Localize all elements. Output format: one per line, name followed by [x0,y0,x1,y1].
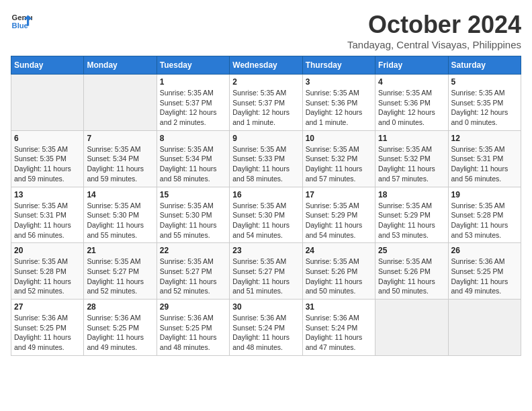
day-number: 10 [306,134,372,143]
day-info: Sunrise: 5:35 AM Sunset: 5:26 PM Dayligh… [306,257,372,296]
calendar-cell: 30Sunrise: 5:36 AM Sunset: 5:24 PM Dayli… [230,300,302,356]
page-header: General Blue October 2024 Tandayag, Cent… [11,11,521,50]
header-tuesday: Tuesday [157,56,229,75]
day-number: 22 [160,246,226,255]
calendar-cell: 28Sunrise: 5:36 AM Sunset: 5:25 PM Dayli… [84,300,157,356]
header-wednesday: Wednesday [230,56,302,75]
calendar-cell: 24Sunrise: 5:35 AM Sunset: 5:26 PM Dayli… [302,243,375,300]
calendar-week-row: 1Sunrise: 5:35 AM Sunset: 5:37 PM Daylig… [11,75,521,131]
day-number: 14 [87,190,153,199]
day-info: Sunrise: 5:35 AM Sunset: 5:27 PM Dayligh… [87,257,153,296]
header-monday: Monday [84,56,157,75]
calendar-cell: 22Sunrise: 5:35 AM Sunset: 5:27 PM Dayli… [157,243,229,300]
day-number: 3 [306,77,372,87]
day-number: 30 [232,302,299,312]
day-number: 18 [378,190,445,199]
calendar-cell: 9Sunrise: 5:35 AM Sunset: 5:33 PM Daylig… [230,130,302,187]
day-info: Sunrise: 5:35 AM Sunset: 5:35 PM Dayligh… [14,144,81,184]
calendar-cell [375,300,448,356]
day-number: 25 [378,246,445,255]
calendar-cell: 29Sunrise: 5:36 AM Sunset: 5:25 PM Dayli… [157,300,229,356]
day-number: 23 [232,246,299,255]
calendar-cell: 11Sunrise: 5:35 AM Sunset: 5:32 PM Dayli… [375,130,448,187]
calendar-cell [84,75,157,131]
day-info: Sunrise: 5:35 AM Sunset: 5:30 PM Dayligh… [160,201,226,240]
day-number: 26 [451,246,518,255]
calendar-header-row: SundayMondayTuesdayWednesdayThursdayFrid… [11,56,521,75]
day-info: Sunrise: 5:35 AM Sunset: 5:36 PM Dayligh… [378,88,445,128]
calendar-week-row: 27Sunrise: 5:36 AM Sunset: 5:25 PM Dayli… [11,300,521,356]
day-number: 20 [14,246,81,255]
day-number: 4 [378,77,445,87]
calendar-cell: 27Sunrise: 5:36 AM Sunset: 5:25 PM Dayli… [11,300,84,356]
day-info: Sunrise: 5:35 AM Sunset: 5:28 PM Dayligh… [14,257,81,296]
day-info: Sunrise: 5:36 AM Sunset: 5:25 PM Dayligh… [14,313,81,353]
calendar-cell: 18Sunrise: 5:35 AM Sunset: 5:29 PM Dayli… [375,187,448,243]
day-info: Sunrise: 5:35 AM Sunset: 5:28 PM Dayligh… [451,201,518,240]
day-number: 9 [232,134,299,143]
calendar-cell: 5Sunrise: 5:35 AM Sunset: 5:35 PM Daylig… [448,75,521,131]
day-number: 31 [306,302,372,312]
day-info: Sunrise: 5:35 AM Sunset: 5:33 PM Dayligh… [232,144,299,184]
day-info: Sunrise: 5:35 AM Sunset: 5:35 PM Dayligh… [451,88,518,128]
day-info: Sunrise: 5:35 AM Sunset: 5:31 PM Dayligh… [14,201,81,240]
day-number: 1 [160,77,226,87]
day-info: Sunrise: 5:35 AM Sunset: 5:34 PM Dayligh… [160,144,226,184]
day-info: Sunrise: 5:35 AM Sunset: 5:34 PM Dayligh… [87,144,153,184]
calendar-cell: 21Sunrise: 5:35 AM Sunset: 5:27 PM Dayli… [84,243,157,300]
svg-text:Blue: Blue [12,21,28,30]
day-info: Sunrise: 5:36 AM Sunset: 5:25 PM Dayligh… [451,257,518,296]
calendar-cell: 14Sunrise: 5:35 AM Sunset: 5:30 PM Dayli… [84,187,157,243]
day-number: 15 [160,190,226,199]
logo: General Blue [11,11,32,32]
day-info: Sunrise: 5:35 AM Sunset: 5:29 PM Dayligh… [378,201,445,240]
day-number: 21 [87,246,153,255]
day-info: Sunrise: 5:35 AM Sunset: 5:27 PM Dayligh… [232,257,299,296]
logo-icon: General Blue [11,11,32,32]
calendar-cell: 3Sunrise: 5:35 AM Sunset: 5:36 PM Daylig… [302,75,375,131]
day-number: 24 [306,246,372,255]
day-info: Sunrise: 5:35 AM Sunset: 5:27 PM Dayligh… [160,257,226,296]
page-title: October 2024 [347,11,521,39]
day-info: Sunrise: 5:36 AM Sunset: 5:24 PM Dayligh… [232,313,299,353]
calendar-week-row: 13Sunrise: 5:35 AM Sunset: 5:31 PM Dayli… [11,187,521,243]
day-number: 5 [451,77,518,87]
calendar-week-row: 20Sunrise: 5:35 AM Sunset: 5:28 PM Dayli… [11,243,521,300]
day-info: Sunrise: 5:35 AM Sunset: 5:30 PM Dayligh… [232,201,299,240]
day-info: Sunrise: 5:35 AM Sunset: 5:32 PM Dayligh… [306,144,372,184]
day-number: 28 [87,302,153,312]
calendar-cell [448,300,521,356]
calendar-cell: 20Sunrise: 5:35 AM Sunset: 5:28 PM Dayli… [11,243,84,300]
calendar-cell: 23Sunrise: 5:35 AM Sunset: 5:27 PM Dayli… [230,243,302,300]
calendar-cell: 12Sunrise: 5:35 AM Sunset: 5:31 PM Dayli… [448,130,521,187]
calendar-cell: 25Sunrise: 5:35 AM Sunset: 5:26 PM Dayli… [375,243,448,300]
day-number: 29 [160,302,226,312]
day-info: Sunrise: 5:35 AM Sunset: 5:32 PM Dayligh… [378,144,445,184]
title-block: October 2024 Tandayag, Central Visayas, … [347,11,521,50]
calendar-cell: 19Sunrise: 5:35 AM Sunset: 5:28 PM Dayli… [448,187,521,243]
calendar-table: SundayMondayTuesdayWednesdayThursdayFrid… [11,56,521,356]
day-info: Sunrise: 5:35 AM Sunset: 5:26 PM Dayligh… [378,257,445,296]
day-number: 8 [160,134,226,143]
calendar-cell: 26Sunrise: 5:36 AM Sunset: 5:25 PM Dayli… [448,243,521,300]
calendar-cell: 13Sunrise: 5:35 AM Sunset: 5:31 PM Dayli… [11,187,84,243]
day-number: 16 [232,190,299,199]
calendar-cell: 6Sunrise: 5:35 AM Sunset: 5:35 PM Daylig… [11,130,84,187]
calendar-week-row: 6Sunrise: 5:35 AM Sunset: 5:35 PM Daylig… [11,130,521,187]
day-info: Sunrise: 5:36 AM Sunset: 5:24 PM Dayligh… [306,313,372,353]
header-thursday: Thursday [302,56,375,75]
day-number: 12 [451,134,518,143]
page-subtitle: Tandayag, Central Visayas, Philippines [347,39,521,50]
day-number: 11 [378,134,445,143]
calendar-cell: 10Sunrise: 5:35 AM Sunset: 5:32 PM Dayli… [302,130,375,187]
day-info: Sunrise: 5:36 AM Sunset: 5:25 PM Dayligh… [87,313,153,353]
day-info: Sunrise: 5:35 AM Sunset: 5:31 PM Dayligh… [451,144,518,184]
calendar-cell: 7Sunrise: 5:35 AM Sunset: 5:34 PM Daylig… [84,130,157,187]
calendar-cell [11,75,84,131]
calendar-cell: 8Sunrise: 5:35 AM Sunset: 5:34 PM Daylig… [157,130,229,187]
day-number: 7 [87,134,153,143]
calendar-cell: 31Sunrise: 5:36 AM Sunset: 5:24 PM Dayli… [302,300,375,356]
calendar-cell: 16Sunrise: 5:35 AM Sunset: 5:30 PM Dayli… [230,187,302,243]
day-number: 13 [14,190,81,199]
day-info: Sunrise: 5:36 AM Sunset: 5:25 PM Dayligh… [160,313,226,353]
